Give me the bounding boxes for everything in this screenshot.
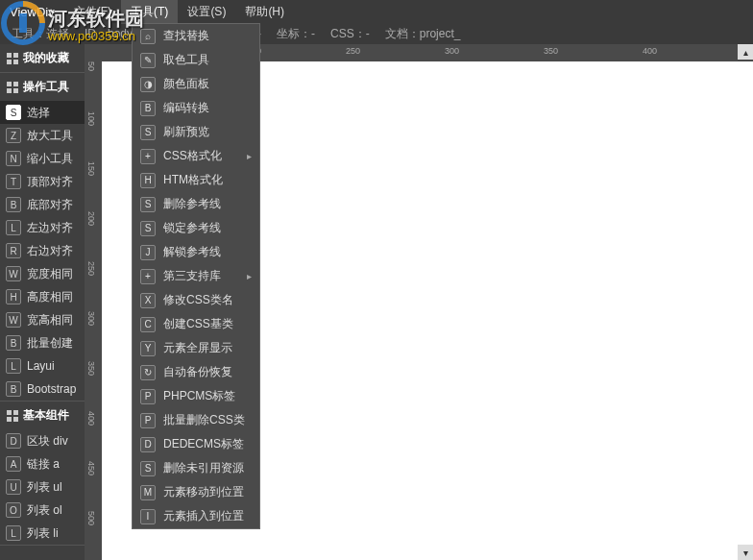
scroll-up-button[interactable]: ▴: [738, 44, 753, 60]
search-icon: ⌕: [140, 29, 156, 44]
svg-rect-2: [7, 60, 12, 64]
sidebar-tool-item[interactable]: W宽高相同: [0, 308, 85, 331]
svg-rect-8: [7, 410, 12, 415]
menu-help[interactable]: 帮助(H): [235, 0, 294, 24]
dropdown-item[interactable]: S删除参考线: [133, 192, 259, 216]
key-badge: Y: [140, 341, 156, 356]
dropdown-item-label: 第三支持库: [163, 268, 247, 284]
svg-rect-11: [13, 417, 18, 422]
dropdown-item-label: 元素插入到位置: [163, 508, 252, 524]
key-badge: H: [6, 289, 21, 304]
ruler-tick: 350: [86, 361, 96, 376]
svg-rect-9: [13, 410, 18, 415]
sidebar-basic-item[interactable]: L列表 li: [0, 522, 85, 545]
sidebar-tool-item[interactable]: B底部对齐: [0, 193, 85, 216]
sidebar-item-label: Bootstrap: [27, 382, 76, 396]
dropdown-item[interactable]: P批量删除CSS类: [133, 408, 259, 432]
key-badge: I: [140, 509, 156, 524]
dropdown-item[interactable]: B编码转换: [133, 96, 259, 120]
sidebar-item-label: 列表 ul: [27, 479, 62, 496]
dropdown-item[interactable]: M元素移动到位置: [133, 480, 259, 504]
dropdown-item-label: 锁定参考线: [163, 220, 252, 236]
palette-icon: ◑: [140, 77, 156, 92]
sidebar-basic-item[interactable]: A链接 a: [0, 452, 85, 475]
scroll-down-button[interactable]: ▾: [738, 545, 753, 560]
svg-rect-7: [13, 88, 18, 93]
sidebar-tool-item[interactable]: L左边对齐: [0, 216, 85, 239]
sidebar-tool-item[interactable]: BBootstrap: [0, 377, 85, 401]
sidebar-favorites-header[interactable]: 我的收藏: [0, 44, 85, 72]
key-badge: Z: [6, 128, 21, 143]
sidebar-basic-item[interactable]: O列表 ol: [0, 499, 85, 522]
titlebar: ViewDiv 文件(F) 工具(T) 设置(S) 帮助(H): [0, 0, 753, 23]
dropdown-item[interactable]: HHTM格式化: [133, 168, 259, 192]
dropdown-item[interactable]: S刷新预览: [133, 120, 259, 144]
sidebar-tool-item[interactable]: Z放大工具: [0, 124, 85, 147]
key-badge: S: [140, 221, 156, 236]
dropdown-item[interactable]: PPHPCMS标签: [133, 384, 259, 408]
sidebar-tool-item[interactable]: W宽度相同: [0, 262, 85, 285]
sidebar-basic-item[interactable]: U列表 ul: [0, 475, 85, 499]
dropdown-item-label: 颜色面板: [163, 76, 252, 92]
sidebar-tool-item[interactable]: R右边对齐: [0, 239, 85, 262]
dropdown-item[interactable]: S锁定参考线: [133, 216, 259, 240]
statusbar: 工具：选择 ID：body 类型：body 尺寸：- 坐标：- CSS：- 文档…: [0, 23, 753, 44]
key-badge: W: [6, 266, 21, 281]
sidebar-item-label: 选择: [27, 105, 50, 121]
dropdown-item[interactable]: X修改CSS类名: [133, 288, 259, 312]
ruler-tick: 400: [643, 46, 657, 56]
key-badge: X: [140, 293, 156, 308]
dropdown-item[interactable]: ⌕查找替换: [133, 24, 259, 48]
sidebar: 我的收藏 操作工具 S选择Z放大工具N缩小工具T顶部对齐B底部对齐L左边对齐R右…: [0, 44, 85, 560]
sidebar-basic-header[interactable]: 基本组件: [0, 402, 85, 429]
key-badge: R: [6, 243, 21, 258]
sidebar-basic-item[interactable]: D区块 div: [0, 429, 85, 452]
key-badge: A: [6, 456, 21, 472]
chevron-right-icon: ▸: [247, 151, 252, 161]
dropdown-item-label: DEDECMS标签: [163, 436, 252, 452]
dropdown-item[interactable]: DDEDECMS标签: [133, 432, 259, 456]
ruler-tick: 400: [86, 411, 96, 426]
sidebar-tools-header[interactable]: 操作工具: [0, 73, 85, 101]
dropdown-item[interactable]: ◑颜色面板: [133, 72, 259, 96]
key-badge: +: [140, 269, 156, 284]
sidebar-item-label: 左边对齐: [27, 220, 73, 236]
chevron-right-icon: ▸: [247, 271, 252, 281]
dropdown-item[interactable]: I元素插入到位置: [133, 504, 259, 528]
key-badge: L: [6, 525, 21, 541]
key-badge: S: [6, 105, 21, 120]
key-badge: S: [140, 197, 156, 212]
dropdown-item[interactable]: J解锁参考线: [133, 240, 259, 264]
dropdown-item-label: 元素全屏显示: [163, 340, 252, 356]
dropdown-item[interactable]: ✎取色工具: [133, 48, 259, 72]
dropdown-item[interactable]: Y元素全屏显示: [133, 336, 259, 360]
key-badge: P: [140, 389, 156, 404]
svg-rect-10: [7, 417, 12, 422]
menu-file[interactable]: 文件(F): [64, 0, 121, 24]
sidebar-item-label: 宽度相同: [27, 266, 73, 282]
key-badge: D: [140, 437, 156, 452]
sidebar-tool-item[interactable]: H高度相同: [0, 285, 85, 308]
dropdown-item[interactable]: +CSS格式化▸: [133, 144, 259, 168]
sidebar-item-label: 区块 div: [27, 433, 68, 450]
key-badge: T: [6, 174, 21, 189]
sidebar-basic-label: 基本组件: [23, 407, 69, 424]
ruler-vertical: 50100150200250300350400450500: [85, 44, 102, 560]
sidebar-tool-item[interactable]: T顶部对齐: [0, 170, 85, 193]
status-css: CSS：-: [323, 26, 377, 42]
ruler-tick: 200: [86, 211, 96, 226]
sidebar-tool-item[interactable]: LLayui: [0, 354, 85, 377]
sidebar-tool-item[interactable]: S选择: [0, 101, 85, 124]
refresh-icon: ↻: [140, 365, 156, 380]
dropdown-item[interactable]: ↻自动备份恢复: [133, 360, 259, 384]
dropdown-item-label: HTM格式化: [163, 172, 252, 188]
dropdown-item[interactable]: +第三支持库▸: [133, 264, 259, 288]
sidebar-tool-item[interactable]: N缩小工具: [0, 147, 85, 170]
menu-settings[interactable]: 设置(S): [178, 0, 235, 24]
menu-tools[interactable]: 工具(T): [121, 0, 178, 24]
sidebar-tool-item[interactable]: B批量创建: [0, 331, 85, 354]
dropdown-item[interactable]: S删除未引用资源: [133, 456, 259, 480]
dropdown-item[interactable]: C创建CSS基类: [133, 312, 259, 336]
sidebar-item-label: 放大工具: [27, 128, 73, 144]
sidebar-tools-label: 操作工具: [23, 79, 69, 95]
